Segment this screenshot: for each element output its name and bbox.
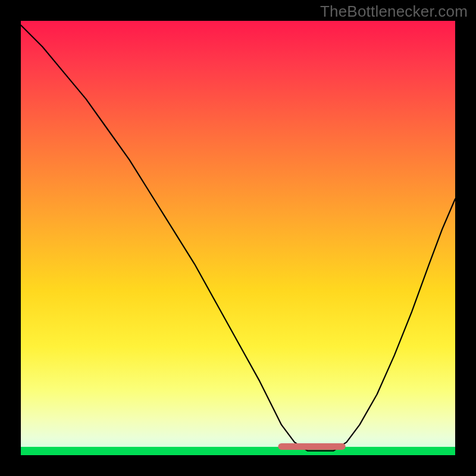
bottleneck-curve (21, 25, 455, 450)
watermark-text: TheBottleneсker.com (320, 2, 468, 21)
curve-layer (21, 21, 455, 455)
plot-area (21, 21, 455, 455)
chart-frame: TheBottleneсker.com (0, 0, 476, 476)
